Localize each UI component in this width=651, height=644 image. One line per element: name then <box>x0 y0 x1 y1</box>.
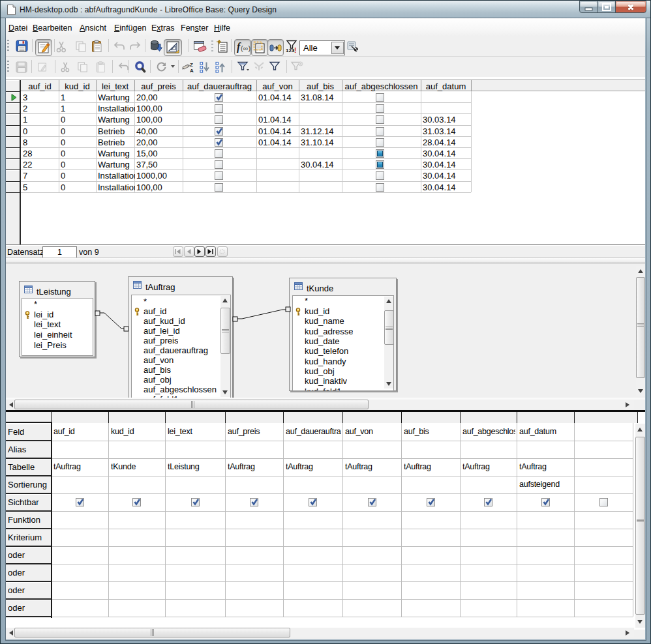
svg-text:123: 123 <box>286 48 295 53</box>
svg-text:Z: Z <box>190 62 193 68</box>
svg-text:A: A <box>190 68 194 73</box>
svg-text:!: ! <box>294 47 296 54</box>
